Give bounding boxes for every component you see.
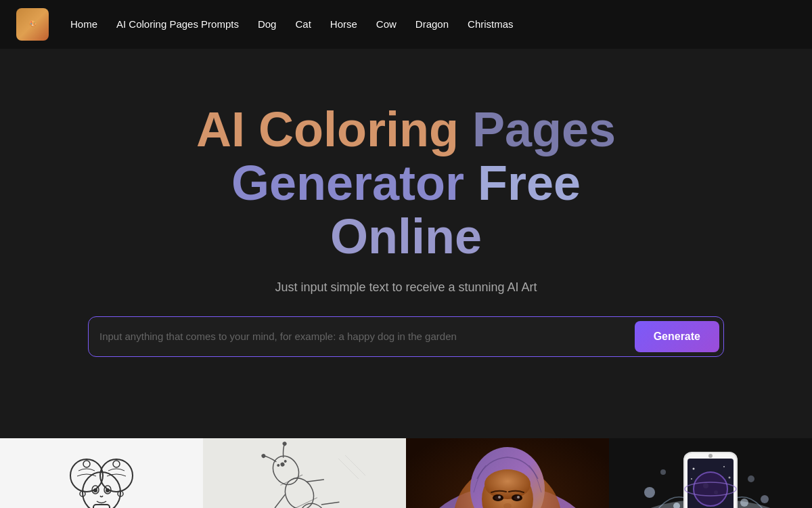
nav-link-prompts[interactable]: AI Coloring Pages Prompts bbox=[116, 18, 239, 30]
nav-link-horse[interactable]: Horse bbox=[330, 18, 357, 30]
nav-link-cow[interactable]: Cow bbox=[376, 18, 397, 30]
logo-text: 🎨 bbox=[29, 21, 37, 28]
hero-title: AI Coloring Pages Generator FreeOnline bbox=[102, 103, 710, 264]
nav-item-home[interactable]: Home bbox=[70, 18, 97, 30]
title-word-ai: AI bbox=[196, 102, 258, 156]
svg-point-55 bbox=[644, 487, 655, 498]
svg-point-80 bbox=[740, 499, 748, 507]
svg-point-60 bbox=[748, 475, 754, 482]
title-word-pages: Pages bbox=[472, 102, 616, 156]
generate-button[interactable]: Generate bbox=[635, 321, 719, 352]
svg-point-44 bbox=[484, 469, 531, 499]
nav-link-dragon[interactable]: Dragon bbox=[415, 18, 449, 30]
hero-section: AI Coloring Pages Generator FreeOnline J… bbox=[0, 49, 812, 398]
svg-point-76 bbox=[714, 490, 718, 494]
svg-point-56 bbox=[761, 495, 769, 503]
svg-point-78 bbox=[708, 454, 713, 458]
nav-item-horse[interactable]: Horse bbox=[330, 18, 357, 30]
svg-point-59 bbox=[660, 469, 666, 475]
nav-item-christmas[interactable]: Christmas bbox=[468, 18, 514, 30]
nav-menu: Home AI Coloring Pages Prompts Dog Cat H… bbox=[70, 18, 514, 30]
gallery-item-creature[interactable] bbox=[203, 438, 406, 508]
svg-point-50 bbox=[517, 496, 520, 499]
svg-point-67 bbox=[693, 467, 695, 469]
logo[interactable]: 🎨 bbox=[16, 8, 49, 41]
gallery-item-portrait[interactable] bbox=[406, 438, 609, 508]
svg-rect-16 bbox=[203, 438, 406, 508]
nav-link-home[interactable]: Home bbox=[70, 18, 97, 30]
svg-point-75 bbox=[703, 483, 708, 488]
svg-rect-0 bbox=[0, 438, 203, 508]
nav-item-cow[interactable]: Cow bbox=[376, 18, 397, 30]
gallery-item-phone[interactable] bbox=[609, 438, 812, 508]
nav-link-dog[interactable]: Dog bbox=[258, 18, 277, 30]
svg-point-68 bbox=[723, 466, 725, 467]
hero-subtitle: Just input simple text to receive a stun… bbox=[275, 280, 537, 295]
title-word-free: Free bbox=[478, 156, 581, 210]
nav-item-dog[interactable]: Dog bbox=[258, 18, 277, 30]
gallery-section bbox=[0, 438, 812, 508]
title-word-coloring: Coloring bbox=[258, 102, 472, 156]
nav-link-cat[interactable]: Cat bbox=[295, 18, 311, 30]
title-word-online: Online bbox=[330, 209, 482, 263]
prompt-input[interactable] bbox=[99, 324, 629, 349]
navbar: 🎨 Home AI Coloring Pages Prompts Dog Cat… bbox=[0, 0, 812, 49]
prompt-input-wrapper: Generate bbox=[88, 316, 724, 357]
title-word-generator: Generator bbox=[231, 156, 478, 210]
gallery-item-girl[interactable] bbox=[0, 438, 203, 508]
svg-point-70 bbox=[691, 478, 692, 480]
svg-point-49 bbox=[498, 496, 501, 499]
nav-item-dragon[interactable]: Dragon bbox=[415, 18, 449, 30]
nav-link-christmas[interactable]: Christmas bbox=[468, 18, 514, 30]
nav-item-cat[interactable]: Cat bbox=[295, 18, 311, 30]
nav-item-prompts[interactable]: AI Coloring Pages Prompts bbox=[116, 18, 239, 30]
svg-point-69 bbox=[729, 476, 731, 478]
